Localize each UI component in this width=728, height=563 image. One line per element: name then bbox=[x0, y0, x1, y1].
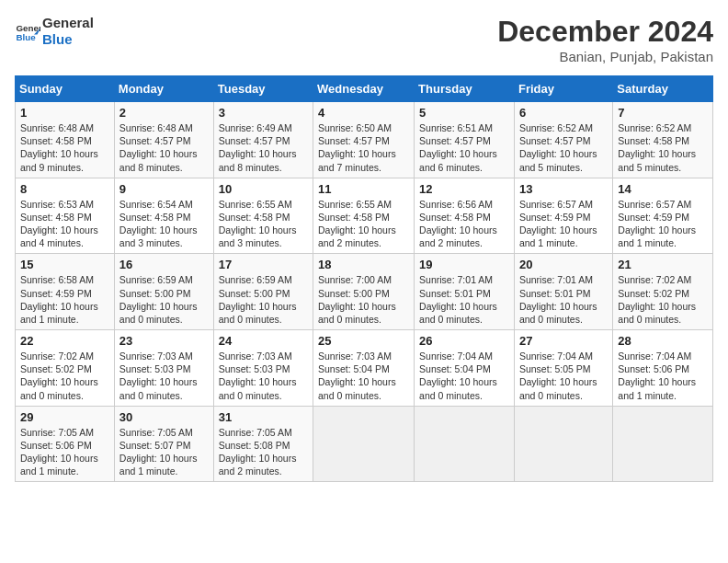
day-number: 1 bbox=[20, 106, 109, 120]
day-info: Sunrise: 7:03 AM Sunset: 5:04 PM Dayligh… bbox=[318, 350, 409, 402]
calendar-cell: 26Sunrise: 7:04 AM Sunset: 5:04 PM Dayli… bbox=[415, 330, 515, 407]
day-info: Sunrise: 6:57 AM Sunset: 4:59 PM Dayligh… bbox=[618, 198, 708, 250]
day-number: 8 bbox=[20, 182, 109, 196]
day-number: 18 bbox=[318, 258, 409, 271]
calendar-cell: 24Sunrise: 7:03 AM Sunset: 5:03 PM Dayli… bbox=[213, 330, 313, 407]
calendar-cell: 9Sunrise: 6:54 AM Sunset: 4:58 PM Daylig… bbox=[114, 178, 213, 254]
day-of-week-tuesday: Tuesday bbox=[213, 76, 313, 102]
calendar-cell: 22Sunrise: 7:02 AM Sunset: 5:02 PM Dayli… bbox=[16, 330, 115, 407]
day-info: Sunrise: 6:59 AM Sunset: 5:00 PM Dayligh… bbox=[219, 273, 308, 326]
day-number: 7 bbox=[618, 106, 708, 120]
day-info: Sunrise: 6:49 AM Sunset: 4:57 PM Dayligh… bbox=[219, 121, 308, 174]
calendar-cell: 8Sunrise: 6:53 AM Sunset: 4:58 PM Daylig… bbox=[16, 178, 115, 254]
day-info: Sunrise: 6:56 AM Sunset: 4:58 PM Dayligh… bbox=[419, 198, 509, 250]
calendar-table: SundayMondayTuesdayWednesdayThursdayFrid… bbox=[15, 75, 713, 482]
calendar-cell: 29Sunrise: 7:05 AM Sunset: 5:06 PM Dayli… bbox=[16, 406, 115, 482]
day-number: 6 bbox=[519, 106, 608, 120]
calendar-cell bbox=[415, 406, 515, 482]
calendar-week-row: 1Sunrise: 6:48 AM Sunset: 4:58 PM Daylig… bbox=[16, 102, 713, 178]
day-number: 27 bbox=[519, 334, 608, 348]
calendar-cell: 16Sunrise: 6:59 AM Sunset: 5:00 PM Dayli… bbox=[114, 254, 213, 330]
day-info: Sunrise: 7:02 AM Sunset: 5:02 PM Dayligh… bbox=[618, 273, 708, 326]
calendar-cell bbox=[613, 406, 713, 482]
day-of-week-friday: Friday bbox=[514, 76, 612, 102]
day-number: 20 bbox=[519, 258, 608, 271]
day-number: 28 bbox=[618, 334, 708, 348]
day-number: 2 bbox=[119, 106, 209, 120]
day-of-week-saturday: Saturday bbox=[613, 76, 713, 102]
title-block: December 2024 Banian, Punjab, Pakistan bbox=[497, 15, 713, 64]
calendar-week-row: 22Sunrise: 7:02 AM Sunset: 5:02 PM Dayli… bbox=[16, 330, 713, 407]
day-info: Sunrise: 6:51 AM Sunset: 4:57 PM Dayligh… bbox=[419, 121, 509, 174]
calendar-cell: 10Sunrise: 6:55 AM Sunset: 4:58 PM Dayli… bbox=[213, 178, 313, 254]
calendar-cell: 28Sunrise: 7:04 AM Sunset: 5:06 PM Dayli… bbox=[613, 330, 713, 407]
day-number: 5 bbox=[419, 106, 509, 120]
calendar-cell: 17Sunrise: 6:59 AM Sunset: 5:00 PM Dayli… bbox=[213, 254, 313, 330]
day-number: 19 bbox=[419, 258, 509, 271]
day-number: 11 bbox=[318, 182, 409, 196]
day-info: Sunrise: 7:05 AM Sunset: 5:07 PM Dayligh… bbox=[119, 426, 209, 478]
page-header: General Blue General Blue December 2024 … bbox=[15, 15, 713, 64]
day-info: Sunrise: 6:55 AM Sunset: 4:58 PM Dayligh… bbox=[219, 198, 308, 250]
calendar-cell: 13Sunrise: 6:57 AM Sunset: 4:59 PM Dayli… bbox=[514, 178, 612, 254]
day-number: 24 bbox=[219, 334, 308, 348]
day-of-week-wednesday: Wednesday bbox=[313, 76, 415, 102]
day-info: Sunrise: 7:00 AM Sunset: 5:00 PM Dayligh… bbox=[318, 273, 409, 326]
calendar-cell bbox=[313, 406, 415, 482]
calendar-cell: 31Sunrise: 7:05 AM Sunset: 5:08 PM Dayli… bbox=[213, 406, 313, 482]
day-number: 14 bbox=[618, 182, 708, 196]
day-of-week-monday: Monday bbox=[114, 76, 213, 102]
calendar-cell: 19Sunrise: 7:01 AM Sunset: 5:01 PM Dayli… bbox=[415, 254, 515, 330]
day-info: Sunrise: 6:57 AM Sunset: 4:59 PM Dayligh… bbox=[519, 198, 608, 250]
calendar-cell: 4Sunrise: 6:50 AM Sunset: 4:57 PM Daylig… bbox=[313, 102, 415, 178]
calendar-cell: 25Sunrise: 7:03 AM Sunset: 5:04 PM Dayli… bbox=[313, 330, 415, 407]
calendar-cell: 15Sunrise: 6:58 AM Sunset: 4:59 PM Dayli… bbox=[16, 254, 115, 330]
month-title: December 2024 bbox=[497, 15, 713, 49]
day-number: 25 bbox=[318, 334, 409, 348]
day-info: Sunrise: 7:04 AM Sunset: 5:06 PM Dayligh… bbox=[618, 350, 708, 402]
calendar-cell bbox=[514, 406, 612, 482]
day-info: Sunrise: 7:01 AM Sunset: 5:01 PM Dayligh… bbox=[419, 273, 509, 326]
day-info: Sunrise: 7:04 AM Sunset: 5:04 PM Dayligh… bbox=[419, 350, 509, 402]
day-info: Sunrise: 7:05 AM Sunset: 5:06 PM Dayligh… bbox=[20, 426, 109, 478]
calendar-cell: 2Sunrise: 6:48 AM Sunset: 4:57 PM Daylig… bbox=[114, 102, 213, 178]
calendar-cell: 30Sunrise: 7:05 AM Sunset: 5:07 PM Dayli… bbox=[114, 406, 213, 482]
day-number: 9 bbox=[119, 182, 209, 196]
calendar-cell: 21Sunrise: 7:02 AM Sunset: 5:02 PM Dayli… bbox=[613, 254, 713, 330]
day-info: Sunrise: 7:05 AM Sunset: 5:08 PM Dayligh… bbox=[219, 426, 308, 478]
calendar-header-row: SundayMondayTuesdayWednesdayThursdayFrid… bbox=[16, 76, 713, 102]
day-info: Sunrise: 7:03 AM Sunset: 5:03 PM Dayligh… bbox=[219, 350, 308, 402]
day-info: Sunrise: 6:48 AM Sunset: 4:58 PM Dayligh… bbox=[20, 121, 109, 174]
day-of-week-thursday: Thursday bbox=[415, 76, 515, 102]
calendar-cell: 14Sunrise: 6:57 AM Sunset: 4:59 PM Dayli… bbox=[613, 178, 713, 254]
day-info: Sunrise: 6:48 AM Sunset: 4:57 PM Dayligh… bbox=[119, 121, 209, 174]
day-info: Sunrise: 6:53 AM Sunset: 4:58 PM Dayligh… bbox=[20, 198, 109, 250]
day-number: 4 bbox=[318, 106, 409, 120]
day-number: 29 bbox=[20, 410, 109, 424]
day-number: 21 bbox=[618, 258, 708, 271]
day-number: 17 bbox=[219, 258, 308, 271]
day-number: 30 bbox=[119, 410, 209, 424]
day-info: Sunrise: 7:02 AM Sunset: 5:02 PM Dayligh… bbox=[20, 350, 109, 402]
day-number: 31 bbox=[219, 410, 308, 424]
calendar-cell: 18Sunrise: 7:00 AM Sunset: 5:00 PM Dayli… bbox=[313, 254, 415, 330]
calendar-cell: 12Sunrise: 6:56 AM Sunset: 4:58 PM Dayli… bbox=[415, 178, 515, 254]
calendar-cell: 20Sunrise: 7:01 AM Sunset: 5:01 PM Dayli… bbox=[514, 254, 612, 330]
calendar-week-row: 15Sunrise: 6:58 AM Sunset: 4:59 PM Dayli… bbox=[16, 254, 713, 330]
svg-text:Blue: Blue bbox=[16, 32, 36, 42]
calendar-cell: 7Sunrise: 6:52 AM Sunset: 4:58 PM Daylig… bbox=[613, 102, 713, 178]
day-info: Sunrise: 6:55 AM Sunset: 4:58 PM Dayligh… bbox=[318, 198, 409, 250]
day-of-week-sunday: Sunday bbox=[16, 76, 115, 102]
calendar-cell: 3Sunrise: 6:49 AM Sunset: 4:57 PM Daylig… bbox=[213, 102, 313, 178]
day-number: 16 bbox=[119, 258, 209, 271]
day-info: Sunrise: 6:52 AM Sunset: 4:57 PM Dayligh… bbox=[519, 121, 608, 174]
day-number: 23 bbox=[119, 334, 209, 348]
calendar-cell: 1Sunrise: 6:48 AM Sunset: 4:58 PM Daylig… bbox=[16, 102, 115, 178]
location-subtitle: Banian, Punjab, Pakistan bbox=[497, 49, 713, 64]
day-info: Sunrise: 6:59 AM Sunset: 5:00 PM Dayligh… bbox=[119, 273, 209, 326]
day-number: 22 bbox=[20, 334, 109, 348]
day-info: Sunrise: 7:03 AM Sunset: 5:03 PM Dayligh… bbox=[119, 350, 209, 402]
day-info: Sunrise: 7:01 AM Sunset: 5:01 PM Dayligh… bbox=[519, 273, 608, 326]
day-number: 15 bbox=[20, 258, 109, 271]
calendar-cell: 23Sunrise: 7:03 AM Sunset: 5:03 PM Dayli… bbox=[114, 330, 213, 407]
